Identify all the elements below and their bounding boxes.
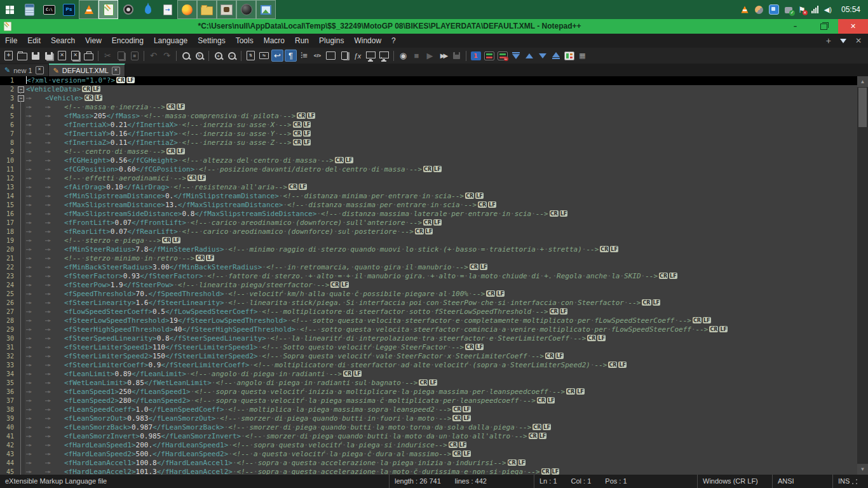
usb-eject-icon[interactable] bbox=[785, 7, 792, 13]
line-content[interactable]: →→<fMaxSlipstreamSideDistance>0.8</fMaxS… bbox=[25, 210, 857, 219]
editor-line[interactable]: 14→→<fMinSlipstreamDistance>0.</fMinSlip… bbox=[0, 192, 857, 201]
menu-item-edit[interactable]: Edit bbox=[22, 34, 46, 48]
sync-vertical-scroll-button[interactable]: ⇅ bbox=[245, 50, 257, 62]
plugin-compare-button[interactable] bbox=[483, 50, 495, 62]
editor-line[interactable]: 11→→<fCGPosition>0.60</fCGPosition>·<!--… bbox=[0, 165, 857, 174]
menu-item-settings[interactable]: Settings bbox=[193, 34, 230, 48]
line-number[interactable]: 5 bbox=[0, 112, 17, 121]
editor-line[interactable]: 21→→<!--·sterzo·minimo·in·retro·-->CRLF bbox=[0, 254, 857, 263]
line-content[interactable]: →→<fSteerHighSpeedThreshold>40</fSteerHi… bbox=[25, 325, 857, 334]
line-number[interactable]: 11 bbox=[0, 165, 17, 174]
taskbar-item-notepadpp[interactable] bbox=[98, 0, 118, 19]
status-eol-format[interactable]: Windows (CR LF) bbox=[697, 475, 772, 488]
plugin-last-delta-button[interactable] bbox=[550, 50, 562, 62]
line-content[interactable]: →→<fSteerSpeedLinearity>0.8</fSteerSpeed… bbox=[25, 334, 857, 343]
editor-line[interactable]: 18→→<fRearLift>0.07</fRearLift>·<!--·car… bbox=[0, 227, 857, 236]
line-content[interactable]: →→<fInertiaX>0.21</fInertiaX>·<!--·inerz… bbox=[25, 121, 857, 130]
line-number[interactable]: 42 bbox=[0, 441, 17, 450]
restore-button[interactable] bbox=[810, 19, 838, 34]
fold-collapse-icon[interactable]: − bbox=[17, 85, 25, 94]
menu-item-encoding[interactable]: Encoding bbox=[107, 34, 149, 48]
line-content[interactable]: →→<fMass>205</fMass>·<!--·massa·comprens… bbox=[25, 112, 857, 121]
plugin-first-diff-button[interactable]: 1 bbox=[470, 50, 482, 62]
editor-line[interactable]: 2−<VehicleData>CRLF bbox=[0, 85, 857, 94]
editor-line[interactable]: 22→→<fMinBackSteerRadius>3.00</fMinBackS… bbox=[0, 263, 857, 272]
line-number[interactable]: 17 bbox=[0, 219, 17, 227]
line-number[interactable]: 8 bbox=[0, 139, 17, 147]
fold-minus-box[interactable]: − bbox=[18, 95, 24, 102]
taskbar-item-sphere-app[interactable] bbox=[236, 0, 256, 19]
editor-line[interactable]: 7→→<fInertiaY>0.16</fInertiaY>·<!--·iner… bbox=[0, 130, 857, 139]
line-content[interactable]: →→<fLeanSpeedCoeff>1.0</fLeanSpeedCoeff>… bbox=[25, 405, 857, 414]
line-content[interactable]: →→<!--·effetti·aerodinamici·-->CRLF bbox=[25, 174, 857, 183]
line-number[interactable]: 38 bbox=[0, 405, 17, 414]
scroll-up-arrow[interactable]: ▲ bbox=[857, 76, 868, 87]
menu-item-window[interactable]: Window bbox=[349, 34, 386, 48]
line-number[interactable]: 30 bbox=[0, 334, 17, 343]
line-number[interactable]: 34 bbox=[0, 370, 17, 379]
taskbar-item-photoshop[interactable]: Ps bbox=[59, 0, 79, 19]
editor-line[interactable]: 41→→<fLeanSmorzInvert>0.985</fLeanSmorzI… bbox=[0, 432, 857, 441]
line-number[interactable]: 45 bbox=[0, 468, 17, 475]
line-number[interactable]: 36 bbox=[0, 388, 17, 396]
tab-list-dropdown-icon[interactable] bbox=[840, 39, 846, 43]
editor-line[interactable]: 37→→<fLeanSpeed2>280</fLeanSpeed2>·<!--·… bbox=[0, 396, 857, 405]
line-content[interactable]: →→<fSteerFactor>0.93</fSteerFactor>·<!--… bbox=[25, 272, 857, 281]
taskbar-item-obs[interactable] bbox=[118, 0, 138, 19]
taskbar-item-image-viewer[interactable] bbox=[256, 0, 276, 19]
line-content[interactable]: →→<fSteerLowSpeedThreshold>19</fSteerLow… bbox=[25, 316, 857, 325]
line-number[interactable]: 9 bbox=[0, 147, 17, 156]
close-tab-x-icon[interactable]: ✕ bbox=[855, 36, 862, 45]
status-insert-mode[interactable]: INS bbox=[832, 475, 868, 488]
taskbar-item-water-drop[interactable] bbox=[138, 0, 158, 19]
menu-item-tools[interactable]: Tools bbox=[231, 34, 259, 48]
editor-line[interactable]: 15→→<fMaxSlipstreamDistance>13.</fMaxSli… bbox=[0, 201, 857, 210]
document-map-button[interactable] bbox=[325, 50, 337, 62]
line-content[interactable]: →→<fHardLeanAccel1>100.8</fHardLeanAccel… bbox=[25, 459, 857, 468]
line-content[interactable]: →→<fAirDrag>0.10</fAirDrag>·<!--·resiste… bbox=[25, 183, 857, 192]
editor-line[interactable]: 36→→<fLeanSpeed1>250</fLeanSpeed1>·<!--·… bbox=[0, 388, 857, 396]
line-number[interactable]: 28 bbox=[0, 316, 17, 325]
undo-button[interactable]: ↶ bbox=[147, 50, 159, 62]
line-number[interactable]: 15 bbox=[0, 201, 17, 210]
resize-grip[interactable] bbox=[851, 478, 858, 485]
line-content[interactable]: →→<fFrontLift>0.07</fFrontLift>·<!--·car… bbox=[25, 219, 857, 227]
editor-line[interactable]: 30→→<fSteerSpeedLinearity>0.8</fSteerSpe… bbox=[0, 334, 857, 343]
plugin-nav-bar-button[interactable]: ▦ bbox=[576, 50, 588, 62]
editor-line[interactable]: 42→→<fHardLeanSpeed1>200.</fHardLeanSpee… bbox=[0, 441, 857, 450]
save-all-button[interactable] bbox=[43, 50, 55, 62]
plugin-first-delta-button[interactable] bbox=[510, 50, 522, 62]
line-number[interactable]: 35 bbox=[0, 379, 17, 388]
save-macro-button[interactable] bbox=[451, 50, 463, 62]
action-center-flag-icon[interactable]: ⚑ bbox=[798, 6, 806, 14]
line-number[interactable]: 4 bbox=[0, 103, 17, 112]
scrollbar-thumb[interactable] bbox=[858, 88, 867, 127]
menu-item-[interactable]: ? bbox=[386, 34, 401, 48]
line-number[interactable]: 21 bbox=[0, 254, 17, 263]
close-button[interactable]: ✕ bbox=[838, 19, 868, 34]
menu-item-macro[interactable]: Macro bbox=[259, 34, 290, 48]
editor-line[interactable]: 9→→<!--·centro·di·masse·-->CRLF bbox=[0, 147, 857, 156]
indent-guide-toggle[interactable]: ⫶≡ bbox=[298, 50, 310, 62]
line-number[interactable]: 3 bbox=[0, 94, 17, 103]
plugin-prev-delta-button[interactable] bbox=[523, 50, 535, 62]
editor-line[interactable]: 20→→<fMinSteerRadius>7.8</fMinSteerRadiu… bbox=[0, 245, 857, 254]
line-content[interactable]: →→<fRearLift>0.07</fRearLift>·<!--·caric… bbox=[25, 227, 857, 236]
start-recording-button[interactable]: ◉ bbox=[397, 50, 409, 62]
line-content[interactable]: →→<fLeanSmorzBack>0.987</fLeanSmorzBack>… bbox=[25, 423, 857, 432]
line-number[interactable]: 13 bbox=[0, 183, 17, 192]
zoom-out-button[interactable]: − bbox=[226, 50, 238, 62]
copy-button[interactable] bbox=[115, 50, 127, 62]
line-number[interactable]: 16 bbox=[0, 210, 17, 219]
editor-line[interactable]: 35→→<fWetLeanLimit>0.85</fWetLeanLimit>·… bbox=[0, 379, 857, 388]
line-content[interactable]: →→<fInertiaZ>0.11</fInertiaZ>·<!--·inerz… bbox=[25, 139, 857, 147]
editor-line[interactable]: 33→→<fSteerLimiterCoeff>0.9</fSteerLimit… bbox=[0, 361, 857, 370]
line-number[interactable]: 7 bbox=[0, 130, 17, 139]
file-watch-eye-button[interactable]: · bbox=[378, 50, 390, 62]
line-content[interactable]: →→<fSteerLinearity>1.6</fSteerLinearity>… bbox=[25, 299, 857, 308]
line-content[interactable]: <?xml·version="1.0"?>CRLF bbox=[25, 76, 857, 85]
line-content[interactable]: →→<fMaxSlipstreamDistance>13.</fMaxSlips… bbox=[25, 201, 857, 210]
line-content[interactable]: →→<fHardLeanAccel2>101.3</fHardLeanAccel… bbox=[25, 468, 857, 475]
blue-app-tray-icon[interactable] bbox=[769, 4, 779, 15]
line-number[interactable]: 12 bbox=[0, 174, 17, 183]
